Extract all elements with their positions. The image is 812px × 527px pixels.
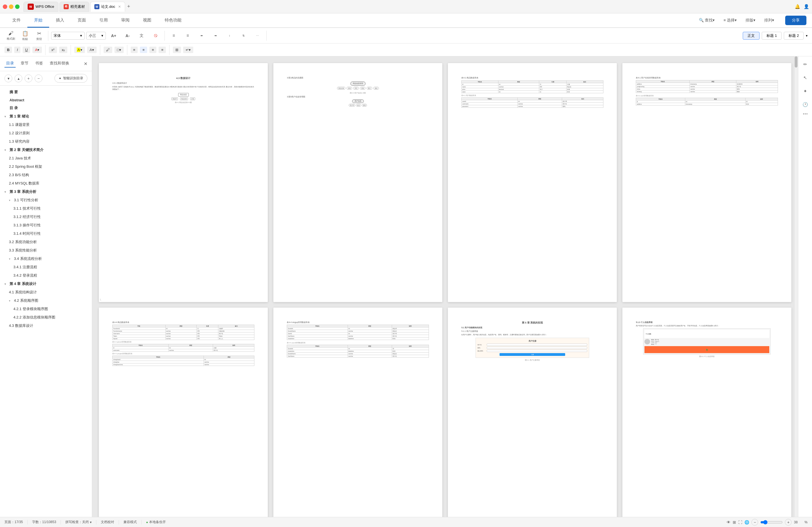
format-painter-btn[interactable]: 🖌 格式刷 [4,29,17,42]
full-icon[interactable]: ⛶ [738,520,742,525]
font-name-selector[interactable]: 宋体 ▾ [51,32,85,40]
right-wand-btn[interactable]: ✦ [801,87,810,96]
line-spacing-btn[interactable]: ↕ [223,33,236,38]
style-h2-btn[interactable]: 标题 2 [784,32,803,40]
doc-review[interactable]: 文档校对 [101,520,114,525]
toc-item-15[interactable]: 3.1.2 经济可行性 [0,213,92,221]
list-unordered-btn[interactable]: ☰ [168,33,180,38]
tab-review[interactable]: 审阅 [115,14,136,28]
toc-item-28[interactable]: 4.3 数据库设计 [0,322,92,330]
zoom-in-btn[interactable]: + [785,519,792,526]
page-thumb-1[interactable]: 4.3 数据设计 4.3.1 数据库设计 本系统 (使用了后端技术Java, 为… [99,63,268,302]
toc-item-19[interactable]: 3.3 系统性能分析 [0,246,92,254]
border-btn[interactable]: □▾ [115,47,124,53]
sidebar-tab-toc[interactable]: 目录 [4,60,16,68]
find-btn[interactable]: 🔍 查找▾ [699,18,714,23]
style-normal-btn[interactable]: 正文 [743,32,759,40]
tab-start[interactable]: 开始 [27,14,49,28]
toc-item-16[interactable]: 3.1.3 操作可行性 [0,221,92,230]
tab-wps-office[interactable]: W WPS Office [24,2,58,12]
right-pointer-btn[interactable]: ↖ [801,73,810,82]
view-icon2[interactable]: ⊞ [733,520,736,525]
shading-btn[interactable]: 🖊 [104,47,112,53]
toc-up-btn[interactable]: ▾ [4,74,12,82]
clear-format-btn[interactable]: 🚫 [149,33,162,38]
zoom-out-btn[interactable]: − [751,519,758,526]
tab-file[interactable]: 文件 [5,14,27,28]
spell-check[interactable]: 拼写检查：关闭▾ [66,520,91,525]
page-thumb-6[interactable]: 表4-4 singup管理数据库表 字段名 类型 说明 GoodsIdint商品… [273,308,442,517]
page-thumb-3[interactable]: 表4-1 商品数据库表 字段名 类型 长度 备注 idint11主键 namev… [448,63,617,302]
text-color-btn[interactable]: A▾ [87,47,97,53]
toc-item-14[interactable]: 3.1.1 技术可行性 [0,204,92,213]
font-size-selector[interactable]: 小三 ▾ [86,32,106,40]
right-edit-btn[interactable]: ✏ [801,60,810,69]
arrange-btn[interactable]: 排列▾ [764,18,774,23]
italic-btn[interactable]: I [14,47,20,53]
toc-item-13[interactable]: ▾3.1 可行性分析 [0,196,92,204]
col-btn[interactable]: ⊞ [173,47,181,53]
highlight-btn[interactable]: A▾ [74,47,85,53]
right-more-dots[interactable] [803,113,808,115]
font-color-btn[interactable]: A▾ [32,47,42,53]
toc-item-4[interactable]: 1.1 课题背景 [0,121,92,129]
tab-insert[interactable]: 插入 [49,14,71,28]
zoom-slider[interactable] [760,520,783,525]
indent-btn[interactable]: ↵▾ [183,47,193,53]
style-h1-btn[interactable]: 标题 1 [762,32,782,40]
smart-toc-btn[interactable]: ✦ 智能识别目录 [55,74,87,83]
toc-item-7[interactable]: ▾第 2 章 关键技术简介 [0,146,92,154]
page-thumb-4[interactable]: 表4-1 用户在线管理数据库表 字段名 类型 说明 addtimetimesta… [622,63,791,302]
list-ordered-btn[interactable]: ☰ [182,33,194,38]
increase-font-btn[interactable]: A+ [107,32,120,39]
toc-item-3[interactable]: ▾第 1 章 绪论 [0,112,92,121]
toc-item-20[interactable]: ▾3.4 系统流程分析 [0,254,92,263]
tab-doc-close[interactable]: ✕ [118,5,121,9]
toc-item-10[interactable]: 2.3 B/S 结构 [0,171,92,179]
toc-item-11[interactable]: 2.4 MYSQL 数据库 [0,179,92,188]
align-justify-btn[interactable]: ≡ [159,47,166,53]
backup-status[interactable]: ● 本地备份开 [146,520,166,525]
toc-item-8[interactable]: 2.1 Java 技术 [0,154,92,162]
toc-item-12[interactable]: ▾第 3 章 系统分析 [0,188,92,196]
decrease-font-btn[interactable]: A- [121,32,134,39]
tab-reference[interactable]: 引用 [93,14,115,28]
toc-item-2[interactable]: 目 录 [0,104,92,112]
indent-left-btn[interactable]: ⬅ [195,33,208,38]
align-right-btn[interactable]: ≡ [149,47,157,53]
new-tab-button[interactable]: + [127,4,130,10]
page-thumb-5[interactable]: 表4-4 商品数据库表 字段 类型 长度 备注 Functionidint11功… [99,308,268,517]
share-button[interactable]: 分享 [785,16,807,25]
toc-item-26[interactable]: 4.2.1 登录模块顺序图 [0,305,92,313]
toc-item-0[interactable]: 摘 要 [0,88,92,96]
align-center-btn[interactable]: ≡ [140,47,147,53]
toc-item-23[interactable]: ▾第 4 章 系统设计 [0,280,92,288]
tab-page[interactable]: 页面 [71,14,93,28]
view-icon1[interactable]: 👁 [727,520,730,525]
change-case-btn[interactable]: 文 [135,32,148,39]
subscript-btn[interactable]: x₂ [59,47,68,53]
compat-mode[interactable]: 兼容模式 [124,520,137,525]
toc-item-21[interactable]: 3.4.1 注册流程 [0,263,92,271]
tab-doc[interactable]: W 论文.doc ✕ [90,2,125,12]
bold-btn[interactable]: B [4,47,12,53]
indent-right-btn[interactable]: ➡ [209,33,222,38]
sidebar-tab-find[interactable]: 查找和替换 [48,60,71,68]
tab-daogou[interactable]: 稻 稻壳素材 [59,2,89,12]
sort-btn[interactable]: ⇅ [237,33,250,38]
tab-special[interactable]: 特色功能 [158,14,188,28]
layout-btn[interactable]: 排版▾ [745,18,755,23]
paste-btn[interactable]: 📋 粘贴 [19,29,31,42]
toc-item-18[interactable]: 3.2 系统功能分析 [0,238,92,246]
toc-item-24[interactable]: 4.1 系统结构设计 [0,288,92,296]
page-thumb-7[interactable]: 第 5 章 系统的实现 5.1 用户功能模块的实现 5.1.1 用户注册界面 在… [448,308,617,517]
toc-remove-btn[interactable]: − [34,74,42,82]
superscript-btn[interactable]: x² [49,47,57,53]
toc-item-25[interactable]: ▾4.2 系统顺序图 [0,296,92,305]
toc-add-btn[interactable]: + [25,74,32,82]
toc-item-1[interactable]: Abstract [0,96,92,104]
toc-item-5[interactable]: 1.2 设计原则 [0,129,92,137]
select-btn[interactable]: ≡ 选择▾ [724,18,737,23]
minimize-dot[interactable] [9,4,13,9]
page-thumb-2[interactable]: 3 图1商品的流通图 商品信息管理 商品名称 价格 库存 类别 图片 描述 [273,63,442,302]
